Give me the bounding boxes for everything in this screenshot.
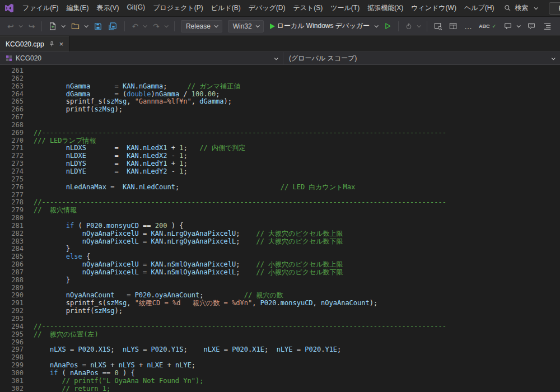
line-number: 283	[0, 238, 29, 246]
toolbar-separator	[398, 21, 399, 31]
code-line[interactable]: 291 sprintf_s(szMsg, "紋種CD = %d 親穴の数 = %…	[0, 300, 560, 307]
code-line[interactable]: 271 nLDXS = KAN.nLedX1 + 1; // 内側で判定	[0, 144, 560, 152]
line-number: 266	[0, 106, 29, 114]
undo-button[interactable]: ↶	[129, 20, 149, 32]
open-file-button[interactable]	[68, 20, 90, 32]
solution-name-box[interactable]: KCG020	[549, 2, 560, 15]
code-text	[29, 176, 34, 184]
menu-item-8[interactable]: ツール(T)	[326, 1, 363, 15]
task-comments-button[interactable]	[525, 20, 538, 32]
line-number: 296	[0, 339, 29, 347]
code-line[interactable]: 272 nLDXE = KAN.nLedX2 - 1;	[0, 152, 560, 160]
menu-item-1[interactable]: 編集(E)	[62, 1, 92, 15]
menu-item-5[interactable]: ビルド(B)	[207, 1, 245, 15]
start-without-debugging-button[interactable]	[381, 20, 394, 32]
configuration-dropdown[interactable]: Release	[181, 20, 222, 32]
code-line[interactable]: 263 nGamma = KAN.nGamma; // ガンマ補正値	[0, 83, 560, 91]
platform-dropdown[interactable]: Win32	[228, 20, 264, 32]
code-line[interactable]: 289	[0, 284, 560, 292]
start-debugging-button[interactable]: ローカル Windows デバッガー	[267, 19, 380, 33]
code-line[interactable]: 267	[0, 114, 560, 122]
code-line[interactable]: 298	[0, 354, 560, 362]
code-line[interactable]: 288 }	[0, 277, 560, 284]
code-line[interactable]: 282 nOyaAnaPixcelU = KAN.nLrgOyaAnaPixce…	[0, 230, 560, 238]
add-new-item-button[interactable]	[46, 20, 67, 32]
code-text: nOyaAnaPixcelU = KAN.nSmlOyaAnaPixcelU; …	[29, 261, 343, 269]
code-line[interactable]: 277	[0, 192, 560, 199]
code-line[interactable]: 261	[0, 67, 560, 75]
code-line[interactable]: 292 printf(szMsg);	[0, 307, 560, 315]
menu-item-7[interactable]: テスト(S)	[289, 1, 326, 15]
find-in-code-button[interactable]	[431, 20, 445, 32]
code-line[interactable]: 293	[0, 315, 560, 323]
code-line[interactable]: 302 // return 1;	[0, 385, 560, 392]
spell-check-button[interactable]: ABC ✓	[476, 21, 499, 31]
menu-item-10[interactable]: ウィンドウ(W)	[407, 1, 460, 15]
code-line[interactable]: 301 // printf("L OyaAna Not Found ¥n");	[0, 377, 560, 385]
line-number: 281	[0, 222, 29, 230]
code-line[interactable]: 280	[0, 214, 560, 222]
code-line[interactable]: 266 printf(szMsg);	[0, 106, 560, 114]
code-line[interactable]: 295// 親穴の位置(左)	[0, 331, 560, 339]
code-line[interactable]: 262	[0, 75, 560, 83]
code-editor[interactable]: 261262263 nGamma = KAN.nGamma; // ガンマ補正値…	[0, 65, 560, 392]
code-line[interactable]: 297 nLXS = P020.X1S; nLYS = P020.Y1S; nL…	[0, 346, 560, 354]
document-outline-button[interactable]	[540, 20, 554, 32]
show-comments-button[interactable]	[501, 20, 522, 32]
code-line[interactable]: 299 nAnaPos = nLXS + nLYS + nLXE + nLYE;	[0, 362, 560, 370]
redo-button[interactable]: ↷	[150, 20, 170, 32]
code-line[interactable]: 264 dGamma = (double)nGamma / 100.00;	[0, 91, 560, 99]
save-button[interactable]	[91, 20, 105, 32]
code-line[interactable]: 284 }	[0, 245, 560, 253]
window-layout-button[interactable]	[446, 20, 460, 32]
code-line[interactable]: 268	[0, 122, 560, 129]
project-scope-dropdown[interactable]: KCG020	[0, 52, 283, 64]
menu-item-2[interactable]: 表示(V)	[92, 1, 123, 15]
code-line[interactable]: 296	[0, 339, 560, 347]
pin-icon[interactable]	[49, 41, 55, 47]
code-text	[29, 75, 34, 83]
menu-item-4[interactable]: プロジェクト(P)	[149, 1, 207, 15]
code-line[interactable]: 300 if ( nAnaPos == 0 ) {	[0, 370, 560, 377]
close-icon[interactable]: ×	[59, 40, 64, 48]
scope-dropdown[interactable]: (グローバル スコープ)	[283, 52, 560, 64]
code-text	[29, 214, 34, 222]
project-dropdown-value: KCG020	[16, 54, 41, 62]
menu-item-9[interactable]: 拡張機能(X)	[363, 1, 407, 15]
search-box[interactable]: 検索	[498, 2, 543, 15]
tab-kcg020-cpp[interactable]: KCG020.cpp ×	[0, 36, 69, 52]
navigate-forward-button[interactable]: ↪	[26, 20, 38, 32]
code-line[interactable]: 279// 親穴情報	[0, 207, 560, 214]
code-line[interactable]: 287 nOyaAnaPixcelL = KAN.nSmlOyaAnaPixce…	[0, 269, 560, 277]
line-number: 274	[0, 168, 29, 176]
line-number: 261	[0, 67, 29, 75]
code-line[interactable]: 286 nOyaAnaPixcelU = KAN.nSmlOyaAnaPixce…	[0, 261, 560, 269]
toolbar-overflow-button[interactable]: …	[461, 20, 475, 32]
menu-item-11[interactable]: ヘルプ(H)	[460, 1, 498, 15]
menu-item-0[interactable]: ファイル(F)	[18, 1, 62, 15]
line-number: 301	[0, 377, 29, 385]
code-line[interactable]: 273 nLDYS = KAN.nLedY1 + 1;	[0, 160, 560, 168]
save-all-button[interactable]	[106, 20, 120, 32]
code-line[interactable]: 290 nOyaAnaCount = P020.oyaAnaCount; // …	[0, 292, 560, 300]
code-text: nLXS = P020.X1S; nLYS = P020.Y1S; nLXE =…	[29, 346, 341, 354]
menu-item-6[interactable]: デバッグ(D)	[245, 1, 290, 15]
hot-reload-icon	[405, 22, 412, 30]
code-line[interactable]: 294//-----------------------------------…	[0, 323, 560, 331]
code-line[interactable]: 285 else {	[0, 253, 560, 261]
menu-item-3[interactable]: Git(G)	[123, 1, 149, 15]
standard-toolbar: ↩ ↪ ↶ ↷ Release Win32 ローカル Windows デバッガー	[0, 17, 560, 36]
code-line[interactable]: 269//-----------------------------------…	[0, 129, 560, 137]
code-line[interactable]: 281 if ( P020.monsyuCD == 200 ) {	[0, 222, 560, 230]
code-line[interactable]: 265 sprintf_s(szMsg, "Gannma=%lf¥n", dGa…	[0, 98, 560, 106]
code-line[interactable]: 270/// LEDランプ情報	[0, 137, 560, 145]
code-text: nOyaAnaCount = P020.oyaAnaCount; // 親穴の数	[29, 292, 283, 300]
code-line[interactable]: 278//-----------------------------------…	[0, 199, 560, 207]
code-line[interactable]: 274 nLDYE = KAN.nLedY2 - 1;	[0, 168, 560, 176]
code-text: nOyaAnaPixcelL = KAN.nLrgOyaAnaPixcelL; …	[29, 238, 343, 246]
navigate-back-button[interactable]: ↩	[4, 20, 25, 32]
code-line[interactable]: 283 nOyaAnaPixcelL = KAN.nLrgOyaAnaPixce…	[0, 238, 560, 246]
hot-reload-button[interactable]	[403, 20, 423, 32]
code-line[interactable]: 275	[0, 176, 560, 184]
code-line[interactable]: 276 nLedAnaMax = KAN.nLedCount; // LED 白…	[0, 184, 560, 192]
